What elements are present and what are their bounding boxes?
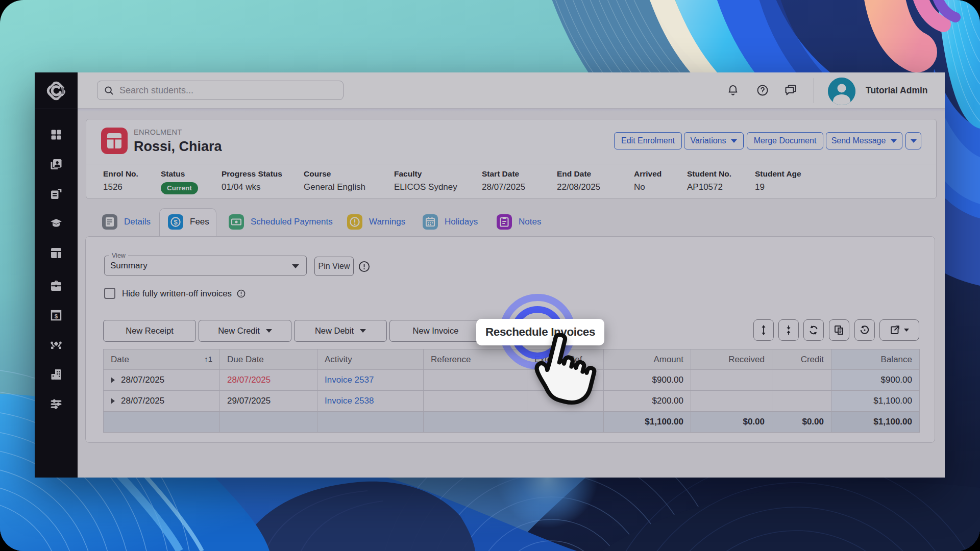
- tutorial-overlay: Reschedule Invoices: [0, 0, 980, 551]
- hand-cursor-icon: [534, 333, 602, 412]
